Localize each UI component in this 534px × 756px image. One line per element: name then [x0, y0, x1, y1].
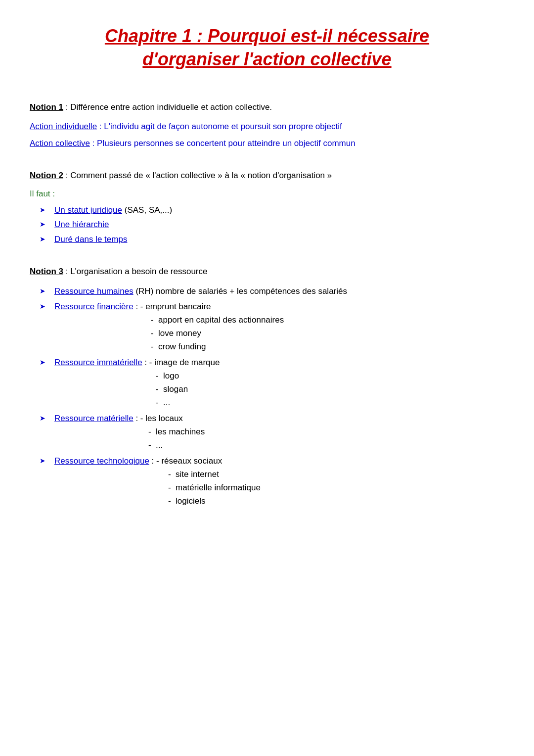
notion1-section: Notion 1 : Différence entre action indiv…: [30, 101, 504, 150]
action-collective-term: Action collective: [30, 139, 90, 148]
title-line2: d'organiser l'action collective: [142, 49, 391, 69]
page-title: Chapitre 1 : Pourquoi est-il nécessaire …: [30, 25, 504, 71]
notion2-list: Un statut juridique (SAS, SA,...) Une hi…: [30, 204, 504, 246]
list-item: les machines: [54, 425, 504, 438]
list-item-mat: Ressource matérielle : - les locaux les …: [44, 412, 504, 452]
financiere-sublist: apport en capital des actionnaires love …: [54, 313, 504, 354]
list-item: love money: [54, 327, 504, 340]
title-line1: Chapitre 1 : Pourquoi est-il nécessaire: [105, 26, 429, 46]
list-item: apport en capital des actionnaires: [54, 313, 504, 327]
financiere-term: Ressource financière: [54, 302, 134, 311]
rh-term: Ressource humaines: [54, 286, 134, 296]
mat-term: Ressource matérielle: [54, 414, 134, 423]
list-item: matérielle informatique: [54, 481, 504, 494]
action-collective-text: : Plusieurs personnes se concertent pour…: [90, 139, 356, 148]
tech-sublist: site internet matérielle informatique lo…: [54, 468, 504, 508]
list-item: site internet: [54, 468, 504, 481]
statut-suffix: (SAS, SA,...): [122, 205, 172, 215]
immat-term: Ressource immatérielle: [54, 358, 142, 367]
rh-suffix: (RH) nombre de salariés + les compétence…: [134, 286, 347, 296]
list-item: logo: [54, 369, 504, 382]
statut-term: Un statut juridique: [54, 205, 122, 215]
notion2-heading-suffix: : Comment passé de « l'action collective…: [63, 171, 332, 180]
list-item-immat: Ressource immatérielle : - image de marq…: [44, 356, 504, 409]
notion1-heading: Notion 1 : Différence entre action indiv…: [30, 101, 504, 114]
notion2-section: Notion 2 : Comment passé de « l'action c…: [30, 169, 504, 245]
hierarchie-term: Une hiérarchie: [54, 220, 109, 229]
action-collective-line: Action collective : Plusieurs personnes …: [30, 137, 504, 150]
action-individuelle-text: : L'individu agit de façon autonome et p…: [97, 122, 342, 131]
immat-sublist: logo slogan ...: [54, 369, 504, 410]
action-individuelle-term: Action individuelle: [30, 122, 97, 131]
tech-term: Ressource technologique: [54, 456, 149, 466]
notion3-section: Notion 3 : L'organisation a besoin de re…: [30, 265, 504, 508]
list-item-tech: Ressource technologique : - réseaux soci…: [44, 455, 504, 508]
list-item: crow funding: [54, 340, 504, 353]
dure-term: Duré dans le temps: [54, 235, 127, 244]
list-item: slogan: [54, 382, 504, 396]
list-item-rh: Ressource humaines (RH) nombre de salari…: [44, 285, 504, 298]
tech-suffix: : - réseaux sociaux: [149, 456, 222, 466]
notion3-heading-suffix: : L'organisation a besoin de ressource: [63, 267, 207, 276]
financiere-suffix: : - emprunt bancaire: [134, 302, 211, 311]
immat-suffix: : - image de marque: [142, 358, 220, 367]
mat-suffix: : - les locaux: [134, 414, 183, 423]
notion1-heading-suffix: : Différence entre action individuelle e…: [63, 102, 272, 112]
action-individuelle-line: Action individuelle : L'individu agit de…: [30, 120, 504, 133]
list-item: ...: [54, 396, 504, 409]
list-item: logiciels: [54, 494, 504, 508]
notion2-label: Notion 2: [30, 171, 63, 180]
list-item: Un statut juridique (SAS, SA,...): [44, 204, 504, 217]
notion3-heading: Notion 3 : L'organisation a besoin de re…: [30, 265, 504, 278]
mat-sublist: les machines ...: [54, 425, 504, 452]
il-faut-text: Il faut :: [30, 189, 504, 199]
notion3-label: Notion 3: [30, 267, 63, 276]
list-item-financiere: Ressource financière : - emprunt bancair…: [44, 300, 504, 353]
notion2-heading: Notion 2 : Comment passé de « l'action c…: [30, 169, 504, 182]
list-item: Une hiérarchie: [44, 218, 504, 231]
list-item: ...: [54, 438, 504, 452]
notion1-label: Notion 1: [30, 102, 63, 112]
list-item: Duré dans le temps: [44, 233, 504, 246]
notion3-list: Ressource humaines (RH) nombre de salari…: [30, 285, 504, 508]
